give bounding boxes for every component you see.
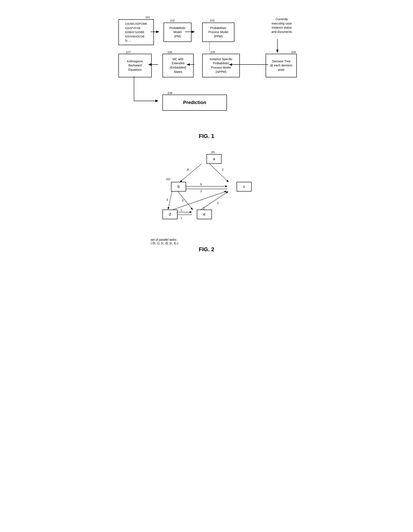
svg-text:.2: .2 <box>221 168 224 171</box>
node-e: e <box>197 209 212 219</box>
parallel-line1: set of parallel tasks <box>151 238 301 241</box>
node-b: b <box>171 182 186 191</box>
ref-102: 102 <box>170 19 175 22</box>
box-102: ProbabilisticModel(PM) <box>164 23 191 42</box>
svg-text:.2: .2 <box>216 201 219 205</box>
node-c: c <box>237 182 252 191</box>
currently-label: Currentlyexecuting caseinstance statusan… <box>271 17 292 34</box>
ref-107: 107 <box>126 50 131 54</box>
svg-text:.8: .8 <box>187 168 189 171</box>
node-a-label: a <box>213 157 215 161</box>
node-a: a <box>206 154 222 164</box>
parallel-line2: { {b, c}, {c, d}, {c, e} } <box>151 241 301 245</box>
ref-108: 108 <box>167 91 172 95</box>
box101-line1: 1)SABCADFGWE <box>125 22 147 26</box>
svg-line-27 <box>171 191 226 210</box>
box106-text: MC withExtended(Embedded)States <box>170 57 186 74</box>
box104-text: Decision Tree@ each decision point <box>267 59 295 72</box>
box103-text: ProbabilisticProcess Model(PPM) <box>208 26 228 39</box>
svg-text:.2: .2 <box>200 189 202 193</box>
fig1-caption: FIG. 1 <box>112 133 301 140</box>
box102-text: ProbabilisticModel(PM) <box>169 26 186 39</box>
box108-text: Prediction <box>183 99 206 106</box>
ref-105: 105 <box>210 50 215 54</box>
currently-text: Currentlyexecuting caseinstance statusan… <box>267 17 297 34</box>
svg-line-10 <box>180 164 202 182</box>
box101-line3: 3)SBACSADBE <box>125 30 147 34</box>
fig2-caption-parallel: set of parallel tasks { {b, c}, {c, d}, … <box>151 238 301 245</box>
node-d-label: d <box>169 212 171 217</box>
box-106: MC withExtended(Embedded)States <box>162 54 194 77</box>
svg-text:.3: .3 <box>165 198 168 201</box>
svg-text:.6: .6 <box>200 182 202 186</box>
ref-103: 103 <box>210 19 215 22</box>
ref-101: 101 <box>145 16 150 19</box>
svg-text:.5: .5 <box>181 199 184 202</box>
box-105: Instance SpecificProbabilisticProcess Mo… <box>202 54 240 77</box>
fig2-diagram: 201 202 .8 .2 .6 .2 .3 <box>112 146 301 236</box>
fig1-container: 101 102 103 1)SABCADFGWE 2)SAFVCDE 3)SBA… <box>112 6 301 140</box>
node-e-label: e <box>203 212 206 217</box>
svg-text:1: 1 <box>180 216 182 220</box>
box101-line4: 4)SAABADCDE <box>125 34 147 39</box>
box-108: Prediction <box>162 95 227 111</box>
svg-line-12 <box>209 164 229 182</box>
box101-line5: 5)..... <box>125 38 147 43</box>
box-107: KolmogorovBackwardEquations <box>118 54 152 77</box>
box107-text: KolmogorovBackwardEquations <box>127 59 143 72</box>
fig2-container: 201 202 .8 .2 .6 .2 .3 <box>112 146 301 253</box>
fig1-diagram: 101 102 103 1)SABCADFGWE 2)SAFVCDE 3)SBA… <box>112 6 301 131</box>
svg-text:1: 1 <box>180 208 182 212</box>
box105-text: Instance SpecificProbabilisticProcess Mo… <box>210 57 233 74</box>
box-103: ProbabilisticProcess Model(PPM) <box>202 23 235 42</box>
node-b-label: b <box>178 184 180 189</box>
ref-106: 106 <box>167 50 172 54</box>
box-104: Decision Tree@ each decision point <box>266 54 297 77</box>
box101-line2: 2)SAFVCDE <box>125 26 147 30</box>
fig2-caption: FIG. 2 <box>112 246 301 253</box>
node-c-label: c <box>243 184 245 189</box>
box-101: 1)SABCADFGWE 2)SAFVCDE 3)SBACSADBE 4)SAA… <box>118 19 154 45</box>
svg-line-18 <box>168 191 172 209</box>
node-d: d <box>162 209 178 219</box>
ref-104: 104 <box>291 50 296 54</box>
